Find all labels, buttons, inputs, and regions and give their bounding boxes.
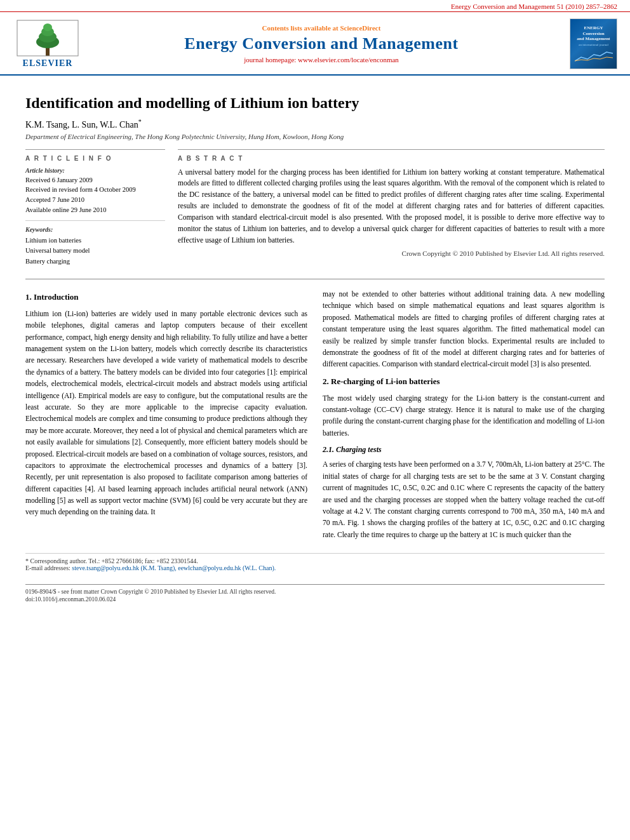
keyword-3: Battery charging	[25, 257, 165, 267]
section2-1-heading: 2.1. Charging tests	[323, 444, 605, 456]
section2-1-paragraph1: A series of charging tests have been per…	[323, 458, 605, 540]
keyword-1: Lithium ion batteries	[25, 236, 165, 246]
section-divider	[25, 279, 605, 279]
keywords-label: Keywords:	[25, 226, 165, 233]
cover-subtitle: an international journal	[579, 43, 608, 47]
article-info-label: A R T I C L E I N F O	[25, 155, 165, 162]
revised-date: Received in revised form 4 October 2009	[25, 185, 165, 195]
journal-center: Contents lists available at ScienceDirec…	[83, 24, 560, 63]
footnote-star: * Corresponding author. Tel.: +852 27666…	[25, 557, 605, 564]
copyright-line: Crown Copyright © 2010 Published by Else…	[178, 250, 605, 257]
email-addresses: steve.tsang@polyu.edu.hk (K.M. Tsang), e…	[72, 564, 276, 571]
science-direct-link[interactable]: ScienceDirect	[340, 24, 380, 32]
elsevier-tree-icon	[16, 19, 79, 57]
main-content: Identification and modelling of Lithium …	[0, 76, 630, 615]
article-title: Identification and modelling of Lithium …	[25, 95, 605, 112]
affiliation: Department of Electrical Engineering, Th…	[25, 133, 605, 140]
elsevier-logo: ELSEVIER	[13, 19, 83, 69]
history-label: Article history:	[25, 167, 165, 174]
article-meta-section: A R T I C L E I N F O Article history: R…	[25, 149, 605, 267]
info-divider	[25, 220, 165, 221]
accepted-date: Accepted 7 June 2010	[25, 195, 165, 205]
elsevier-brand-label: ELSEVIER	[23, 58, 73, 69]
body-text-section: 1. Introduction Lithium ion (Li-ion) bat…	[25, 288, 605, 545]
section2-heading: 2. Re-charging of Li-ion batteries	[323, 375, 605, 389]
journal-homepage: journal homepage: www.elsevier.com/locat…	[83, 56, 560, 63]
body-column-right: may not be extended to other batteries w…	[323, 288, 605, 545]
page-footer: 0196-8904/$ - see front matter Crown Cop…	[25, 584, 605, 603]
authors-line: K.M. Tsang, L. Sun, W.L. Chan*	[25, 118, 605, 130]
contents-line: Contents lists available at ScienceDirec…	[83, 24, 560, 32]
article-info-column: A R T I C L E I N F O Article history: R…	[25, 149, 165, 267]
journal-reference: Energy Conversion and Management 51 (201…	[451, 3, 617, 10]
author-names: K.M. Tsang, L. Sun, W.L. Chan	[25, 120, 138, 130]
corresponding-marker: *	[138, 118, 142, 125]
available-date: Available online 29 June 2010	[25, 205, 165, 215]
keyword-2: Universal battery model	[25, 246, 165, 257]
abstract-column: A B S T R A C T A universal battery mode…	[178, 149, 605, 267]
footer-issn: 0196-8904/$ - see front matter Crown Cop…	[25, 589, 605, 595]
journal-reference-strip: Energy Conversion and Management 51 (201…	[0, 0, 630, 12]
svg-point-4	[43, 23, 52, 31]
received-date: Received 6 January 2009	[25, 175, 165, 185]
journal-cover-thumbnail: ENERGYConversionand Management an intern…	[560, 18, 617, 69]
journal-banner: ELSEVIER Contents lists available at Sci…	[0, 12, 630, 76]
footnote-section: * Corresponding author. Tel.: +852 27666…	[25, 553, 605, 571]
cover-image: ENERGYConversionand Management an intern…	[570, 18, 617, 69]
section2-paragraph1: The most widely used charging strategy f…	[323, 392, 605, 439]
abstract-text: A universal battery model for the chargi…	[178, 167, 605, 246]
keywords-list: Lithium ion batteries Universal battery …	[25, 236, 165, 267]
section1-paragraph-continued: may not be extended to other batteries w…	[323, 288, 605, 370]
section1-heading: 1. Introduction	[25, 291, 307, 304]
footer-doi: doi:10.1016/j.enconman.2010.06.024	[25, 596, 605, 603]
cover-title: ENERGYConversionand Management	[577, 25, 610, 41]
section1-paragraph1: Lithium ion (Li-ion) batteries are widel…	[25, 308, 307, 518]
footnote-emails: E-mail addresses: steve.tsang@polyu.edu.…	[25, 564, 605, 571]
body-column-left: 1. Introduction Lithium ion (Li-ion) bat…	[25, 288, 307, 545]
email-label: E-mail addresses:	[25, 564, 70, 571]
journal-title: Energy Conversion and Management	[83, 34, 560, 53]
abstract-label: A B S T R A C T	[178, 155, 605, 162]
